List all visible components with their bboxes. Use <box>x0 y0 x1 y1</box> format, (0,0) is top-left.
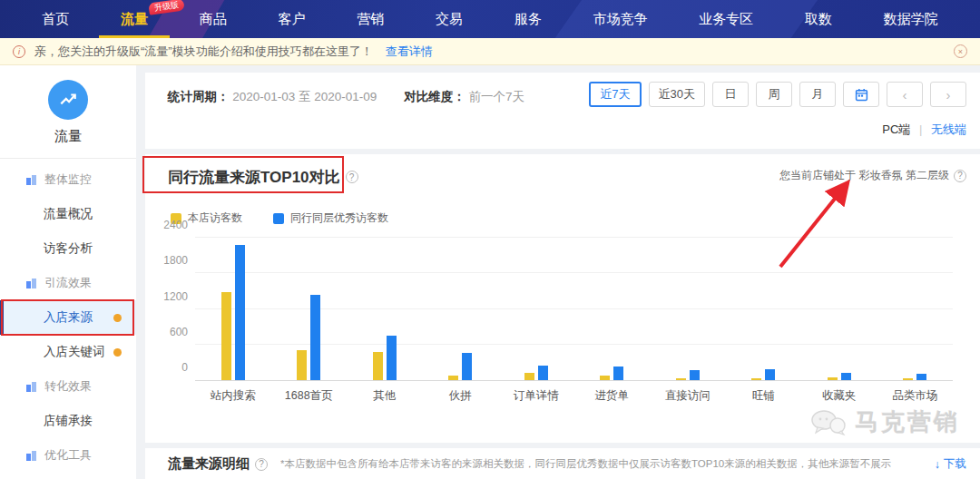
sidebar-item-visitor-analysis[interactable]: 访客分析 <box>0 231 136 266</box>
nav-item-business-zone[interactable]: 业务专区 <box>690 0 762 38</box>
bar <box>613 367 623 380</box>
device-pc-tab[interactable]: PC端 <box>882 122 910 136</box>
sidebar-divider <box>0 158 136 159</box>
bar-group: 旺铺 <box>726 238 802 380</box>
sidebar-module: 流量 <box>0 65 136 145</box>
y-axis-label: 600 <box>150 326 188 338</box>
x-axis-label: 伙拼 <box>423 388 499 404</box>
bar-group: 其他 <box>347 238 423 380</box>
nav-active-underline <box>99 35 170 38</box>
bar-groups: 站内搜索1688首页其他伙拼订单详情进货单直接访问旺铺收藏夹品类市场 <box>195 238 953 380</box>
sidebar-item-traffic-overview[interactable]: 流量概况 <box>0 197 136 231</box>
x-axis-label: 进货单 <box>574 388 651 404</box>
range-button-day[interactable]: 日 <box>712 82 749 107</box>
download-link[interactable]: ↓ 下载 <box>935 456 966 472</box>
orange-dot-badge <box>113 348 122 357</box>
nav-item-market-competition[interactable]: 市场竞争 <box>583 0 656 38</box>
range-button-7days[interactable]: 近7天 <box>589 82 641 107</box>
sidebar-item-overall-monitor[interactable]: 整体监控 <box>0 162 136 197</box>
device-toggle: PC端 | 无线端 <box>882 122 966 138</box>
active-indicator-bar <box>0 300 4 335</box>
sidebar-item-conversion-effect[interactable]: 转化效果 <box>0 369 136 404</box>
section-divider <box>145 149 980 154</box>
top-nav: 首页 流量 升级版 商品 客户 营销 交易 服务 市场竞争 业务专区 取数 数据… <box>0 0 980 38</box>
bar <box>751 378 761 380</box>
close-icon[interactable]: × <box>954 44 967 58</box>
chart-section-header: 同行流量来源TOP10对比 ? <box>168 163 358 191</box>
filter-row: 统计周期： 2020-01-03 至 2020-01-09 对比维度： 前一个7… <box>168 89 548 105</box>
x-axis-label: 其他 <box>347 388 423 404</box>
x-axis-label: 站内搜索 <box>195 388 271 404</box>
watermark: 马克营销 <box>809 406 960 438</box>
bar <box>462 353 472 380</box>
compare-label: 对比维度： <box>404 90 466 103</box>
date-range-buttons: 近7天 近30天 日 周 月 ‹ › <box>589 82 966 107</box>
sidebar-item-optimize-tools[interactable]: 优化工具 <box>0 438 136 473</box>
legend-swatch-blue <box>273 213 284 224</box>
nav-item-traffic[interactable]: 流量 升级版 <box>112 0 157 38</box>
bar-group: 收藏夹 <box>801 238 877 380</box>
nav-item-trade[interactable]: 交易 <box>426 0 472 38</box>
bar <box>690 370 700 380</box>
help-icon[interactable]: ? <box>954 170 966 182</box>
module-section-icon <box>25 450 37 462</box>
sidebar-module-label: 流量 <box>0 128 136 145</box>
bar <box>235 245 245 380</box>
bar <box>538 366 548 380</box>
bar <box>676 378 686 380</box>
sidebar-item-store-keywords[interactable]: 入店关键词 <box>0 335 136 369</box>
bar-group: 品类市场 <box>877 238 954 380</box>
nav-item-data-academy[interactable]: 数据学院 <box>875 0 947 38</box>
legend-item-peer-excellent[interactable]: 同行同层优秀访客数 <box>273 210 388 226</box>
range-button-30days[interactable]: 近30天 <box>649 82 705 107</box>
bar <box>600 376 610 380</box>
bar-group: 进货单 <box>574 238 651 380</box>
chart-title: 同行流量来源TOP10对比 <box>168 167 340 188</box>
chart-plot: 0600120018002400站内搜索1688首页其他伙拼订单详情进货单直接访… <box>195 238 953 381</box>
orange-dot-badge <box>113 314 122 322</box>
bar <box>828 377 838 380</box>
watermark-text: 马克营销 <box>855 406 960 438</box>
device-wireless-tab[interactable]: 无线端 <box>931 122 966 136</box>
bar-chart: 0600120018002400站内搜索1688首页其他伙拼订单详情进货单直接访… <box>145 238 980 381</box>
range-button-month[interactable]: 月 <box>799 82 836 107</box>
bar <box>373 352 383 380</box>
calendar-icon[interactable] <box>843 82 879 107</box>
next-period-button[interactable]: › <box>930 82 966 107</box>
nav-item-data-fetch[interactable]: 取数 <box>796 0 841 38</box>
nav-item-customers[interactable]: 客户 <box>270 0 315 38</box>
sidebar-item-traffic-effect[interactable]: 引流效果 <box>0 266 136 300</box>
sidebar-item-store-source[interactable]: 入店来源 <box>0 300 136 335</box>
store-level-info: 您当前店铺处于 彩妆香氛 第二层级 ? <box>779 168 966 183</box>
detail-title: 流量来源明细 <box>168 455 250 473</box>
traffic-chart-icon <box>48 80 88 120</box>
help-icon[interactable]: ? <box>255 458 268 471</box>
device-separator: | <box>919 122 922 136</box>
sidebar-item-store-undertake[interactable]: 店铺承接 <box>0 404 136 438</box>
help-icon[interactable]: ? <box>346 171 358 183</box>
nav-item-products[interactable]: 商品 <box>191 0 236 38</box>
chart-legend: 本店访客数 同行同层优秀访客数 <box>171 210 388 226</box>
bar <box>448 376 458 380</box>
y-axis-label: 2400 <box>150 219 188 231</box>
main-area: 统计周期： 2020-01-03 至 2020-01-09 对比维度： 前一个7… <box>136 65 980 479</box>
nav-item-service[interactable]: 服务 <box>505 0 551 38</box>
range-button-week[interactable]: 周 <box>756 82 792 107</box>
notice-detail-link[interactable]: 查看详情 <box>386 44 433 60</box>
nav-item-home[interactable]: 首页 <box>33 0 78 38</box>
bar <box>387 336 397 380</box>
x-axis-label: 1688首页 <box>271 388 348 404</box>
bar <box>310 295 320 380</box>
y-axis-label: 1800 <box>150 254 188 267</box>
bar <box>524 373 534 380</box>
bar <box>221 292 231 380</box>
nav-item-marketing[interactable]: 营销 <box>348 0 393 38</box>
module-section-icon <box>25 174 37 186</box>
upgrade-badge: 升级版 <box>148 0 184 15</box>
info-icon: i <box>13 45 25 58</box>
module-section-icon <box>25 278 37 289</box>
module-section-icon <box>25 381 37 393</box>
prev-period-button[interactable]: ‹ <box>887 82 923 107</box>
bar-group: 站内搜索 <box>195 238 271 380</box>
bar <box>916 374 926 380</box>
